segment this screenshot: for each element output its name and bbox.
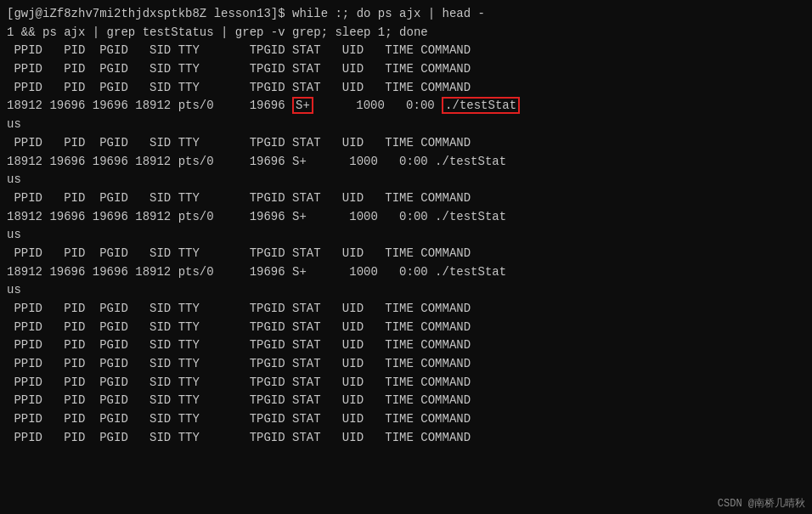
watermark: CSDN @南桥几晴秋	[718, 496, 805, 511]
prompt-line: [gwj@iZf8zhv7mi2thjdxsptkb8Z lesson13]$ …	[7, 5, 805, 24]
header-row-11: PPID PID PGID SID TTY TPGID STAT UID TIM…	[7, 374, 805, 393]
header-row-8: PPID PID PGID SID TTY TPGID STAT UID TIM…	[7, 319, 805, 337]
process-row-4: 18912 19696 19696 18912 pts/0 19696 S+ 1…	[7, 263, 805, 282]
terminal-window: [gwj@iZf8zhv7mi2thjdxsptkb8Z lesson13]$ …	[0, 0, 812, 514]
header-row-1: PPID PID PGID SID TTY TPGID STAT UID TIM…	[7, 42, 805, 60]
cmd-highlight: ./testStat	[442, 97, 520, 114]
header-row-9: PPID PID PGID SID TTY TPGID STAT UID TIM…	[7, 336, 805, 355]
us-label-4: us	[7, 281, 805, 300]
header-row-2: PPID PID PGID SID TTY TPGID STAT UID TIM…	[7, 60, 805, 79]
header-row-6: PPID PID PGID SID TTY TPGID STAT UID TIM…	[7, 245, 805, 263]
command-continuation: 1 && ps ajx | grep testStatus | grep -v …	[7, 24, 805, 42]
header-row-4: PPID PID PGID SID TTY TPGID STAT UID TIM…	[7, 134, 805, 153]
us-label-3: us	[7, 226, 805, 245]
header-row-13: PPID PID PGID SID TTY TPGID STAT UID TIM…	[7, 410, 805, 429]
process-row-1: 18912 19696 19696 18912 pts/0 19696 S+ 1…	[7, 97, 805, 116]
stat-highlight: S+	[292, 97, 313, 114]
header-row-12: PPID PID PGID SID TTY TPGID STAT UID TIM…	[7, 392, 805, 410]
header-row-10: PPID PID PGID SID TTY TPGID STAT UID TIM…	[7, 355, 805, 374]
header-row-3: PPID PID PGID SID TTY TPGID STAT UID TIM…	[7, 79, 805, 98]
header-row-7: PPID PID PGID SID TTY TPGID STAT UID TIM…	[7, 300, 805, 319]
header-row-5: PPID PID PGID SID TTY TPGID STAT UID TIM…	[7, 189, 805, 208]
us-label-2: us	[7, 171, 805, 189]
process-row-3: 18912 19696 19696 18912 pts/0 19696 S+ 1…	[7, 208, 805, 227]
us-label-1: us	[7, 116, 805, 134]
header-row-14: PPID PID PGID SID TTY TPGID STAT UID TIM…	[7, 429, 805, 448]
process-row-2: 18912 19696 19696 18912 pts/0 19696 S+ 1…	[7, 153, 805, 172]
